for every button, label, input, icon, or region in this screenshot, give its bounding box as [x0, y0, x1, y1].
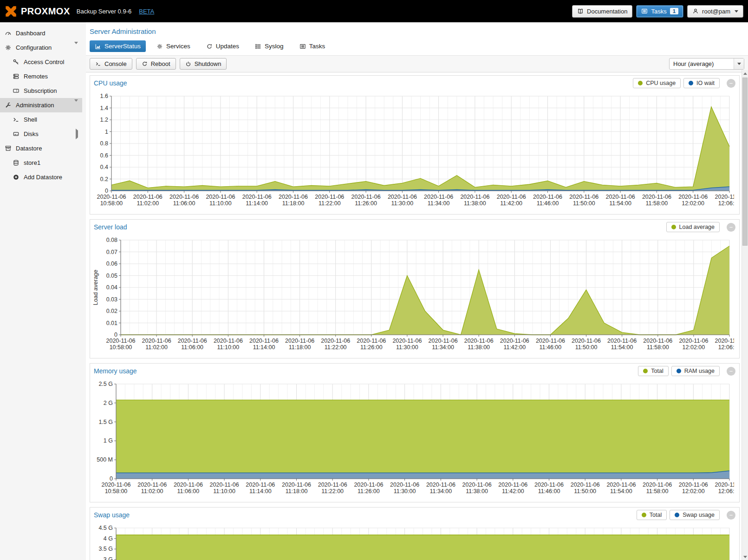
sidebar-item-shell[interactable]: Shell [0, 112, 82, 127]
shutdown-button[interactable]: Shutdown [180, 58, 227, 70]
svg-text:2020-11-06: 2020-11-06 [534, 482, 564, 488]
svg-text:0.01: 0.01 [106, 320, 117, 326]
chevron-down-icon[interactable] [74, 44, 78, 51]
svg-text:11:42:00: 11:42:00 [502, 488, 524, 495]
svg-text:1 G: 1 G [104, 437, 113, 444]
svg-text:12:02:00: 12:02:00 [682, 488, 705, 495]
sidebar-item-datastore[interactable]: Datastore [0, 141, 82, 156]
svg-text:12:06:00: 12:06:00 [718, 200, 734, 207]
timeframe-value: Hour (average) [670, 60, 734, 67]
svg-text:11:38:00: 11:38:00 [468, 344, 490, 351]
svg-text:0.05: 0.05 [106, 273, 117, 279]
sidebar-item-store1[interactable]: store1 [0, 156, 82, 170]
svg-text:11:26:00: 11:26:00 [355, 200, 377, 207]
svg-text:2020-11-06: 2020-11-06 [715, 482, 734, 488]
sidebar-item-remotes[interactable]: Remotes [0, 69, 82, 84]
svg-text:4.5 G: 4.5 G [98, 525, 113, 531]
svg-text:11:54:00: 11:54:00 [611, 344, 633, 351]
svg-text:0: 0 [105, 188, 108, 194]
collapse-panel-button[interactable] [727, 367, 735, 376]
timeframe-select[interactable]: Hour (average) [669, 58, 744, 70]
tasks-button[interactable]: Tasks 1 [636, 5, 683, 18]
user-menu-button[interactable]: root@pam [687, 5, 743, 18]
database-icon [13, 159, 20, 166]
panel-title: Server load [94, 223, 127, 231]
sidebar-item-configuration[interactable]: Configuration [0, 40, 82, 55]
sidebar-item-label: Configuration [16, 44, 52, 51]
collapse-panel-button[interactable] [727, 511, 735, 520]
hdd-icon [13, 130, 20, 137]
scroll-up-button[interactable] [742, 70, 748, 77]
sidebar-item-label: Dashboard [16, 30, 46, 37]
tab-tasks[interactable]: Tasks [294, 40, 331, 52]
brand-name: PROXMOX [21, 6, 70, 17]
toolbar: Console Reboot Shutdown [86, 55, 748, 72]
svg-text:0.8: 0.8 [100, 140, 108, 147]
collapse-panel-button[interactable] [727, 79, 735, 88]
legend-item-io-wait[interactable]: IO wait [683, 78, 720, 88]
svg-text:2020-11-06: 2020-11-06 [388, 194, 417, 200]
svg-text:0.02: 0.02 [106, 308, 117, 314]
combo-trigger[interactable] [734, 59, 744, 69]
legend-item-total[interactable]: Total [638, 366, 668, 376]
tab-serverstatus[interactable]: ServerStatus [90, 40, 146, 52]
legend-label: CPU usage [646, 80, 676, 86]
legend-item-cpu-usage[interactable]: CPU usage [633, 78, 681, 88]
sidebar-item-administration[interactable]: Administration [0, 98, 82, 112]
sidebar-item-disks[interactable]: Disks [0, 127, 82, 141]
scroll-down-button[interactable] [742, 553, 748, 560]
sidebar-item-label: Remotes [24, 73, 48, 80]
terminal-icon [13, 116, 20, 123]
sidebar: Dashboard Configuration Access Control [0, 22, 82, 560]
page-title: Server Administration [86, 22, 748, 37]
svg-text:11:58:00: 11:58:00 [646, 200, 668, 207]
chevron-down-icon[interactable] [74, 102, 78, 109]
svg-text:1: 1 [105, 129, 108, 135]
scrollbar-thumb[interactable] [742, 78, 748, 246]
chart-panels: CPU usage CPU usage IO wait 00.20.40.6 [86, 72, 748, 560]
swap-usage-panel: Swap usage Total Swap usage 0500 M1 G1 [90, 507, 740, 560]
sidebar-item-label: Access Control [24, 59, 64, 65]
svg-text:2020-11-06: 2020-11-06 [178, 338, 207, 344]
legend-item-swap-usage[interactable]: Swap usage [670, 510, 720, 520]
console-button[interactable]: Console [90, 58, 132, 70]
svg-text:11:06:00: 11:06:00 [177, 488, 200, 495]
svg-text:2020-11-06: 2020-11-06 [460, 194, 489, 200]
tab-syslog[interactable]: Syslog [250, 40, 289, 52]
svg-text:2020-11-06: 2020-11-06 [249, 338, 279, 344]
chevron-right-icon[interactable] [76, 130, 78, 137]
sidebar-item-label: store1 [24, 159, 40, 166]
sidebar-item-access-control[interactable]: Access Control [0, 55, 82, 69]
tab-services[interactable]: Services [151, 40, 195, 52]
list-icon [255, 43, 261, 50]
collapse-panel-button[interactable] [727, 223, 735, 232]
reboot-button[interactable]: Reboot [136, 58, 176, 70]
svg-text:11:18:00: 11:18:00 [282, 200, 305, 207]
sidebar-item-dashboard[interactable]: Dashboard [0, 26, 82, 40]
svg-text:2020-11-06: 2020-11-06 [246, 482, 275, 488]
tasks-label: Tasks [651, 8, 666, 15]
panel-header: Swap usage Total Swap usage [90, 508, 739, 522]
legend-item-load-average[interactable]: Load average [666, 222, 720, 232]
svg-text:2020-11-06: 2020-11-06 [351, 194, 381, 200]
svg-text:11:22:00: 11:22:00 [325, 344, 347, 351]
svg-text:2020-11-06: 2020-11-06 [426, 482, 455, 488]
svg-text:500 M: 500 M [97, 456, 113, 463]
legend-item-ram-usage[interactable]: RAM usage [671, 366, 720, 376]
svg-text:11:06:00: 11:06:00 [173, 200, 195, 207]
svg-text:11:14:00: 11:14:00 [246, 200, 268, 207]
legend-label: Load average [679, 224, 715, 230]
svg-text:2020-11-06: 2020-11-06 [424, 194, 453, 200]
svg-text:0.6: 0.6 [100, 152, 108, 159]
svg-text:1.5 G: 1.5 G [98, 419, 113, 425]
beta-link[interactable]: BETA [139, 8, 154, 15]
svg-text:2020-11-06: 2020-11-06 [133, 194, 163, 200]
documentation-button[interactable]: Documentation [572, 5, 632, 18]
tab-updates[interactable]: Updates [201, 40, 244, 52]
sidebar-item-subscription[interactable]: Subscription [0, 84, 82, 98]
svg-text:11:26:00: 11:26:00 [360, 344, 383, 351]
tab-bar: ServerStatus Services Up [86, 37, 748, 55]
svg-text:2020-11-06: 2020-11-06 [279, 194, 308, 200]
sidebar-item-add-datastore[interactable]: Add Datastore [0, 170, 82, 184]
legend-item-total[interactable]: Total [637, 510, 667, 520]
